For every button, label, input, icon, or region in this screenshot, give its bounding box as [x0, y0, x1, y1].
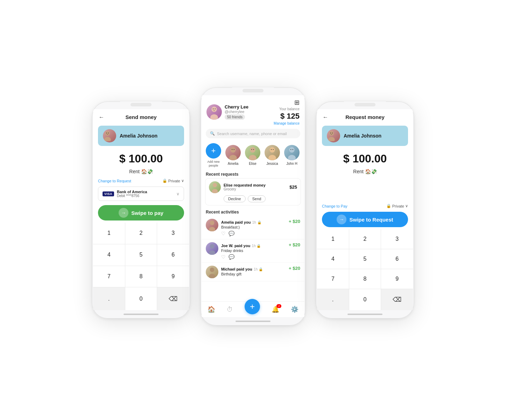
action-row-request: Change to Pay 🔒 Private ∨	[317, 202, 413, 210]
friend-jessica[interactable]: Jessica	[265, 145, 280, 166]
add-people-icon: +	[206, 143, 221, 159]
activity-name-michael: Michael paid you 1h 🔒	[221, 266, 286, 272]
activity-avatar-amelia	[206, 219, 218, 231]
key-7-send[interactable]: 7	[93, 266, 125, 287]
nav-settings[interactable]: ⚙️	[291, 306, 298, 313]
scene: ← Send money Amelia Johnson $ 100.00	[0, 0, 506, 420]
nav-activity[interactable]: ⏱	[227, 306, 233, 313]
home-header: Cherry Lee @cherrylee 50 friends ⊞ Your …	[202, 95, 304, 127]
key-4-req[interactable]: 4	[317, 249, 349, 269]
request-actions: Decline Send	[209, 195, 297, 202]
key-6-req[interactable]: 6	[381, 249, 413, 269]
activity-info-joe: Joe W. paid you 1h 🔒 Friday drinks ♡ 💬	[221, 242, 286, 260]
friend-john[interactable]: John H	[284, 145, 300, 166]
recipient-bar-send: Amelia Johnson	[98, 126, 184, 146]
activity-name-joe: Joe W. paid you 1h 🔒	[221, 242, 286, 248]
friend-elise[interactable]: Elise	[245, 145, 260, 166]
activity-amelia: Amelia paid you 1h 🔒 Breakfast:) ♡ 💬 + $…	[202, 216, 304, 239]
privacy-btn-request[interactable]: 🔒 Private ∨	[386, 204, 408, 208]
recipient-bar-request: Amelia Johnson	[322, 126, 408, 146]
change-to-pay-link[interactable]: Change to Pay	[322, 204, 347, 208]
svg-point-14	[251, 149, 252, 150]
key-7-req[interactable]: 7	[317, 269, 349, 289]
pm-expand-icon: ∨	[176, 191, 180, 196]
key-3-req[interactable]: 3	[381, 229, 413, 249]
key-dot-req[interactable]: .	[317, 289, 349, 310]
key-6-send[interactable]: 6	[157, 244, 189, 266]
chevron-icon-send: ∨	[181, 178, 184, 183]
key-4-send[interactable]: 4	[93, 244, 125, 266]
home-bar-3	[347, 314, 382, 315]
friends-badge[interactable]: 50 friends	[225, 114, 245, 120]
svg-point-17	[268, 155, 276, 160]
key-1-send[interactable]: 1	[93, 223, 125, 244]
swipe-request-label: Swipe to Request	[349, 217, 393, 223]
chevron-icon-request: ∨	[405, 204, 408, 208]
comment-icon[interactable]: 💬	[229, 231, 234, 236]
request-top: Elise requested money Grocery $25	[209, 181, 297, 193]
send-button[interactable]: Send	[248, 195, 266, 202]
nav-home[interactable]: 🏠	[208, 306, 215, 313]
friend-name-jessica: Jessica	[266, 162, 278, 166]
search-bar[interactable]: 🔍 Search username, name, phone or email	[206, 129, 300, 138]
swipe-to-pay-button[interactable]: → Swipe to pay	[98, 205, 184, 220]
privacy-btn-send[interactable]: 🔒 Private ∨	[162, 178, 184, 183]
change-to-request-link[interactable]: Change to Request	[98, 179, 131, 183]
svg-point-33	[328, 137, 335, 141]
nav-notifications[interactable]: 🔔 2	[272, 306, 279, 313]
pm-account: Debit ****8756	[117, 194, 147, 198]
key-2-req[interactable]: 2	[349, 229, 381, 249]
activity-memo-michael: Birthday gift	[221, 272, 286, 276]
key-dot-send[interactable]: .	[93, 287, 125, 310]
heart-icon-joe[interactable]: ♡	[221, 254, 226, 260]
decline-button[interactable]: Decline	[224, 195, 246, 202]
add-people-label: Add newpeople	[207, 160, 219, 168]
swipe-to-request-button[interactable]: → Swipe to Request	[322, 212, 408, 227]
payment-method[interactable]: VISA Bank of America Debit ****8756 ∨	[98, 187, 184, 201]
manage-balance-link[interactable]: Manage balance	[274, 121, 300, 125]
svg-point-26	[210, 220, 215, 225]
svg-point-19	[273, 149, 274, 150]
svg-point-8	[230, 147, 236, 153]
key-1-req[interactable]: 1	[317, 229, 349, 249]
key-delete-send[interactable]: ⌫	[157, 287, 189, 310]
request-money-phone: ← Request money Amelia Johnson $ 100.0	[316, 102, 414, 318]
phone-notch-1	[120, 102, 162, 109]
heart-icon[interactable]: ♡	[221, 231, 226, 236]
key-5-req[interactable]: 5	[349, 249, 381, 269]
add-new-people[interactable]: + Add newpeople	[206, 143, 221, 168]
phone-bottom-2	[201, 317, 305, 326]
key-9-send[interactable]: 9	[157, 266, 189, 287]
svg-point-6	[213, 108, 213, 109]
key-delete-req[interactable]: ⌫	[381, 289, 413, 310]
back-button-request[interactable]: ←	[323, 114, 328, 120]
key-0-send[interactable]: 0	[125, 287, 157, 310]
key-2-send[interactable]: 2	[125, 223, 157, 244]
back-button-send[interactable]: ←	[99, 114, 104, 120]
key-9-req[interactable]: 9	[381, 269, 413, 289]
activity-avatar-joe	[206, 242, 218, 255]
key-5-send[interactable]: 5	[125, 244, 157, 266]
swipe-arrow-icon-request: →	[337, 215, 346, 224]
activity-joe: Joe W. paid you 1h 🔒 Friday drinks ♡ 💬 +…	[202, 239, 304, 263]
svg-point-10	[232, 149, 232, 150]
key-8-send[interactable]: 8	[125, 266, 157, 287]
user-info: Cherry Lee @cherrylee 50 friends	[206, 104, 248, 120]
phone-bottom-3	[316, 310, 414, 318]
activity-actions-amelia: ♡ 💬	[221, 231, 286, 236]
pm-bank: Bank of America	[117, 190, 147, 194]
svg-point-20	[289, 147, 294, 153]
svg-point-4	[211, 107, 217, 112]
notification-badge: 2	[276, 304, 281, 308]
svg-point-27	[209, 227, 215, 231]
friend-amelia[interactable]: Amelia	[225, 145, 241, 166]
key-3-send[interactable]: 3	[157, 223, 189, 244]
qr-icon[interactable]: ⊞	[294, 99, 300, 106]
recipient-avatar-request	[327, 129, 340, 142]
nav-add-button[interactable]: +	[245, 299, 260, 314]
key-8-req[interactable]: 8	[349, 269, 381, 289]
phone-notch-3	[344, 102, 386, 109]
request-name: Elise requested money	[224, 183, 287, 187]
key-0-req[interactable]: 0	[349, 289, 381, 310]
comment-icon-joe[interactable]: 💬	[229, 254, 234, 260]
